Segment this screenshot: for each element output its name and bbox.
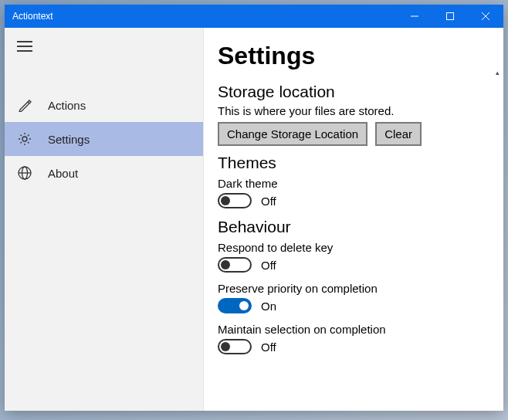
maximize-icon xyxy=(446,12,454,20)
change-storage-button[interactable]: Change Storage Location xyxy=(218,122,367,146)
delete-label: Respond to delete key xyxy=(218,241,485,254)
dark-theme-state: Off xyxy=(261,195,276,208)
close-icon xyxy=(482,12,489,20)
toggle-knob xyxy=(221,196,230,205)
minimize-button[interactable] xyxy=(397,5,432,28)
storage-buttons: Change Storage Location Clear xyxy=(218,122,485,146)
sidebar-item-label: About xyxy=(48,167,78,180)
dark-theme-toggle[interactable] xyxy=(218,193,252,208)
sidebar-item-actions[interactable]: Actions xyxy=(5,88,203,122)
svg-point-7 xyxy=(22,137,27,141)
window-controls xyxy=(397,5,503,28)
maintain-toggle[interactable] xyxy=(218,339,252,354)
close-button[interactable] xyxy=(468,5,503,28)
hamburger-icon xyxy=(17,40,32,52)
dark-theme-label: Dark theme xyxy=(218,177,485,190)
preserve-toggle[interactable] xyxy=(218,298,252,313)
clear-storage-button[interactable]: Clear xyxy=(375,122,422,146)
maintain-state: Off xyxy=(261,340,276,354)
delete-toggle[interactable] xyxy=(218,257,252,273)
toggle-knob xyxy=(221,260,230,269)
preserve-state: On xyxy=(261,300,276,313)
delete-toggle-row: Off xyxy=(218,257,485,273)
titlebar-title: Actiontext xyxy=(12,11,397,22)
main-content: Settings Storage location This is where … xyxy=(204,28,503,411)
sidebar-item-about[interactable]: About xyxy=(5,156,203,190)
maintain-toggle-row: Off xyxy=(218,339,485,354)
scrollbar[interactable]: ▴ xyxy=(493,68,502,409)
hamburger-button[interactable] xyxy=(5,28,203,65)
sidebar-item-settings[interactable]: Settings xyxy=(5,122,203,156)
preserve-label: Preserve priority on completion xyxy=(218,282,485,295)
sidebar: Actions Settings About xyxy=(5,28,204,411)
sidebar-item-label: Actions xyxy=(48,99,86,112)
page-title: Settings xyxy=(218,42,485,70)
pencil-icon xyxy=(17,97,32,113)
gear-icon xyxy=(17,131,32,147)
sidebar-item-label: Settings xyxy=(48,133,90,146)
minimize-icon xyxy=(411,12,418,20)
nav-list: Actions Settings About xyxy=(5,65,203,190)
section-title-behaviour: Behaviour xyxy=(218,218,485,236)
maintain-label: Maintain selection on completion xyxy=(218,323,485,336)
scroll-up-icon[interactable]: ▴ xyxy=(493,68,502,77)
preserve-toggle-row: On xyxy=(218,298,485,313)
toggle-knob xyxy=(239,301,249,310)
storage-description: This is where your files are stored. xyxy=(218,104,485,117)
svg-rect-1 xyxy=(447,13,454,20)
app-window: Actiontext xyxy=(5,5,503,411)
window-body: Actions Settings About Settings St xyxy=(5,28,503,411)
titlebar[interactable]: Actiontext xyxy=(5,5,503,28)
dark-theme-toggle-row: Off xyxy=(218,193,485,208)
toggle-knob xyxy=(221,342,230,351)
maximize-button[interactable] xyxy=(432,5,468,28)
section-title-themes: Themes xyxy=(218,154,485,172)
globe-icon xyxy=(17,165,32,181)
section-title-storage: Storage location xyxy=(218,83,485,101)
delete-state: Off xyxy=(261,259,276,272)
